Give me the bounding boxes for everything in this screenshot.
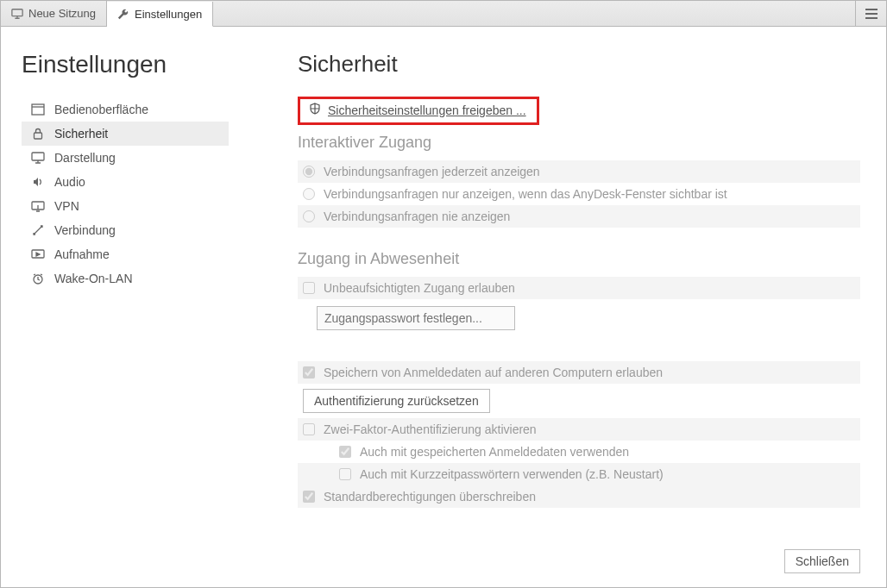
- footer: Schließen: [298, 539, 865, 573]
- radio-show-always-input[interactable]: [303, 166, 315, 178]
- checkbox-override-permissions-label: Standardberechtigungen überschreiben: [324, 490, 536, 504]
- checkbox-unattended-input[interactable]: [303, 282, 315, 294]
- display-icon: [30, 152, 46, 164]
- checkbox-2fa[interactable]: Zwei-Faktor-Authentifizierung aktivieren: [298, 418, 860, 441]
- checkbox-store-credentials-input[interactable]: [303, 366, 315, 378]
- reset-auth-row: Authentifizierung zurücksetzen: [303, 389, 860, 413]
- radio-show-always-label: Verbindungsanfragen jederzeit anzeigen: [324, 165, 540, 178]
- reset-auth-button[interactable]: Authentifizierung zurücksetzen: [303, 389, 490, 413]
- lock-icon: [30, 128, 46, 140]
- svg-rect-0: [12, 9, 22, 16]
- tab-bar: Neue Sitzung Einstellungen: [1, 1, 886, 27]
- recording-icon: [30, 248, 46, 260]
- unlock-security-link[interactable]: Sicherheitseinstellungen freigeben ...: [304, 101, 532, 119]
- checkbox-store-credentials-label: Speichern von Anmeldedaten auf anderen C…: [324, 366, 663, 379]
- sidebar-item-label: Verbindung: [54, 223, 116, 237]
- checkbox-2fa-saved-creds[interactable]: Auch mit gespeicherten Anmeldedaten verw…: [298, 441, 860, 463]
- speaker-icon: [30, 176, 46, 188]
- settings-page: Sicherheit Sicherheitseinstellungen frei…: [298, 42, 865, 573]
- settings-scrollpane[interactable]: Sicherheitseinstellungen freigeben ... I…: [298, 97, 865, 539]
- sidebar-item-label: Bedienoberfläche: [54, 103, 148, 116]
- tab-settings-label: Einstellungen: [135, 8, 202, 21]
- checkbox-2fa-saved-creds-label: Auch mit gespeicherten Anmeldedaten verw…: [360, 445, 629, 459]
- settings-nav-column: Einstellungen Bedienoberfläche Sicherhei…: [22, 42, 280, 573]
- monitor-icon: [11, 8, 23, 20]
- checkbox-override-permissions[interactable]: Standardberechtigungen überschreiben: [298, 485, 860, 508]
- sidebar-item-label: Aufnahme: [54, 247, 110, 261]
- sidebar-item-recording[interactable]: Aufnahme: [22, 242, 229, 266]
- unattended-password-row: [317, 306, 860, 330]
- unattended-password-input[interactable]: [317, 306, 515, 330]
- section-interactive-access: Interaktiver Zugang: [298, 134, 860, 152]
- radio-show-never[interactable]: Verbindungsanfragen nie anzeigen: [298, 205, 860, 228]
- svg-rect-1: [32, 104, 44, 115]
- sidebar-item-vpn[interactable]: VPN: [22, 194, 229, 218]
- unlock-highlight: Sicherheitseinstellungen freigeben ...: [298, 97, 539, 125]
- sidebar-item-label: Audio: [54, 175, 85, 189]
- sidebar-item-security[interactable]: Sicherheit: [22, 122, 229, 146]
- tab-new-session[interactable]: Neue Sitzung: [1, 1, 107, 26]
- ui-icon: [30, 103, 46, 116]
- section-unattended-access: Zugang in Abwesenheit: [298, 250, 860, 268]
- checkbox-unattended-label: Unbeaufsichtigten Zugang erlauben: [324, 281, 515, 295]
- checkbox-override-permissions-input[interactable]: [303, 491, 315, 503]
- svg-rect-3: [32, 153, 44, 160]
- radio-show-when-visible-input[interactable]: [303, 188, 315, 200]
- checkbox-2fa-shortpw-input[interactable]: [339, 468, 351, 480]
- sidebar-item-label: Darstellung: [54, 151, 116, 165]
- unlock-security-label: Sicherheitseinstellungen freigeben ...: [328, 103, 526, 117]
- sidebar-item-label: Wake-On-LAN: [54, 272, 133, 285]
- content: Einstellungen Bedienoberfläche Sicherhei…: [1, 27, 886, 587]
- sidebar-item-label: Sicherheit: [54, 127, 108, 141]
- radio-show-never-input[interactable]: [303, 210, 315, 222]
- radio-show-when-visible[interactable]: Verbindungsanfragen nur anzeigen, wenn d…: [298, 183, 860, 205]
- checkbox-2fa-label: Zwei-Faktor-Authentifizierung aktivieren: [324, 422, 537, 436]
- settings-heading: Einstellungen: [22, 42, 280, 97]
- clock-icon: [30, 272, 46, 285]
- hamburger-icon: [865, 8, 878, 20]
- sidebar-item-display[interactable]: Darstellung: [22, 146, 229, 170]
- vpn-icon: [30, 200, 46, 212]
- sidebar-item-audio[interactable]: Audio: [22, 170, 229, 194]
- checkbox-2fa-input[interactable]: [303, 423, 315, 435]
- tab-settings[interactable]: Einstellungen: [107, 2, 213, 27]
- radio-show-always[interactable]: Verbindungsanfragen jederzeit anzeigen: [298, 160, 860, 183]
- menu-button[interactable]: [855, 1, 886, 26]
- checkbox-2fa-saved-creds-input[interactable]: [339, 446, 351, 458]
- wrench-icon: [117, 8, 129, 20]
- sidebar-item-ui[interactable]: Bedienoberfläche: [22, 97, 229, 122]
- tabbar-spacer: [213, 1, 855, 26]
- checkbox-2fa-shortpw[interactable]: Auch mit Kurzzeitpasswörtern verwenden (…: [298, 463, 860, 485]
- settings-sidebar: Bedienoberfläche Sicherheit Darstellung …: [22, 97, 229, 291]
- checkbox-unattended[interactable]: Unbeaufsichtigten Zugang erlauben: [298, 277, 860, 299]
- page-title: Sicherheit: [298, 42, 865, 97]
- close-button[interactable]: Schließen: [784, 549, 860, 573]
- sidebar-item-label: VPN: [54, 199, 79, 213]
- checkbox-2fa-shortpw-label: Auch mit Kurzzeitpasswörtern verwenden (…: [360, 467, 664, 481]
- sidebar-item-wol[interactable]: Wake-On-LAN: [22, 266, 229, 291]
- connection-icon: [30, 224, 46, 236]
- radio-show-when-visible-label: Verbindungsanfragen nur anzeigen, wenn d…: [324, 187, 727, 201]
- checkbox-store-credentials[interactable]: Speichern von Anmeldedaten auf anderen C…: [298, 361, 860, 384]
- tab-new-session-label: Neue Sitzung: [28, 7, 96, 20]
- sidebar-item-connection[interactable]: Verbindung: [22, 218, 229, 242]
- svg-rect-2: [35, 133, 42, 139]
- shield-icon: [309, 103, 321, 117]
- radio-show-never-label: Verbindungsanfragen nie anzeigen: [324, 210, 510, 223]
